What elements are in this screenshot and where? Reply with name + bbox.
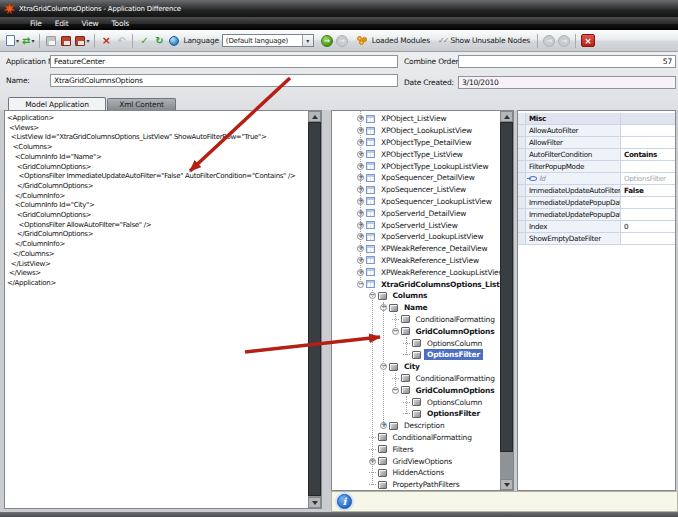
property-row[interactable]: FilterPopupMode [518, 161, 675, 173]
tree-node-label[interactable]: XpoServerId_ListView [378, 220, 461, 231]
menu-file[interactable]: File [30, 19, 42, 28]
tree-node-label[interactable]: XPWeakReference_ListView [378, 255, 482, 266]
property-category-row[interactable]: Misc [518, 113, 675, 125]
tree-node[interactable]: OptionsFilter [332, 349, 500, 361]
property-value[interactable]: 0 [621, 221, 675, 232]
property-row[interactable]: IdOptionsFilter [518, 173, 675, 185]
combobox-dropdown-button[interactable]: ▾ [302, 35, 313, 46]
go-button[interactable]: → [321, 35, 333, 47]
tree-node[interactable]: OptionsColumn [332, 396, 500, 408]
new-button[interactable]: ▾ [6, 33, 19, 49]
tree-node[interactable]: +XPWeakReference_DetailView [332, 243, 500, 255]
property-value[interactable] [621, 161, 675, 172]
tree-node[interactable]: −Columns [332, 290, 500, 302]
tree-node[interactable]: +XPObjectType_ListView [332, 148, 500, 160]
tree-node-label[interactable]: OptionsColumn [424, 338, 485, 349]
scroll-down-button[interactable] [500, 479, 513, 490]
property-row[interactable]: ShowEmptyDateFilter [518, 233, 675, 245]
delete-button[interactable]: × [100, 33, 112, 49]
menu-edit[interactable]: Edit [55, 19, 69, 28]
tree-node-label[interactable]: Name [401, 302, 430, 313]
property-value[interactable] [621, 137, 675, 148]
tree-node-label[interactable]: Filters [390, 444, 417, 455]
combine-order-field[interactable]: 57 [458, 55, 676, 68]
tree-node[interactable]: +XPObject_LookupListView [332, 125, 500, 137]
application-name-field[interactable]: FeatureCenter [50, 55, 398, 68]
tree-node[interactable]: −Name [332, 302, 500, 314]
tree-node-label[interactable]: XPWeakReference_LookupListView [378, 267, 500, 278]
property-row[interactable]: AutoFilterConditionContains [518, 149, 675, 161]
tree-node[interactable]: +XpoServerId_LookupListView [332, 231, 500, 243]
tree-node-label[interactable]: GridColumnOptions [413, 385, 498, 396]
menu-tools[interactable]: Tools [112, 19, 129, 28]
tree-node[interactable]: +GridViewOptions [332, 455, 500, 467]
property-row[interactable]: AllowFilter [518, 137, 675, 149]
tree-node[interactable]: −GridColumnOptions [332, 384, 500, 396]
tree-node[interactable]: +XPObject_ListView [332, 113, 500, 125]
tree-node[interactable]: OptionsColumn [332, 337, 500, 349]
property-value[interactable]: OptionsFilter [621, 173, 675, 184]
scroll-down-button[interactable] [308, 497, 321, 508]
tree-node[interactable]: +XPObjectType_DetailView [332, 137, 500, 149]
nav-button-disabled[interactable]: → [543, 35, 555, 47]
xml-scrollbar[interactable] [308, 111, 321, 508]
tree-node[interactable]: +XPWeakReference_LookupListView [332, 266, 500, 278]
refresh-button[interactable]: ↻ [153, 33, 165, 49]
language-combobox[interactable]: (Default language) ▾ [222, 34, 314, 47]
loaded-modules-button[interactable]: Loaded Modules [372, 36, 430, 45]
validate-button[interactable]: ✓ [138, 33, 150, 49]
tree-node-label[interactable]: XPObject_ListView [378, 113, 449, 124]
tree-node-label[interactable]: ConditionalFormatting [413, 373, 498, 384]
convert-button[interactable]: ⇄▾ [22, 33, 34, 49]
tree-node[interactable]: +XpoSequencer_DetailView [332, 172, 500, 184]
tree-node-label[interactable]: City [401, 361, 423, 372]
tree-node[interactable]: −City [332, 361, 500, 373]
nav-button-disabled[interactable]: → [336, 35, 348, 47]
property-row[interactable]: ImmediateUpdateAutoFilterFalse [518, 185, 675, 197]
tree-node-label[interactable]: XtraGridColumnsOptions_ListView [378, 279, 500, 290]
tree-node[interactable]: +XpoSequencer_LookupListView [332, 196, 500, 208]
tree-node[interactable]: PropertyPathFilters [332, 479, 500, 490]
tree-node-label[interactable]: GridViewOptions [390, 456, 455, 467]
save-all-button[interactable] [60, 33, 72, 49]
tree-node[interactable]: −XtraGridColumnsOptions_ListView [332, 278, 500, 290]
tree-node-label[interactable]: XPObjectType_ListView [378, 149, 466, 160]
tree-node-label[interactable]: ConditionalFormatting [413, 314, 498, 325]
tree-node-label[interactable]: PropertyPathFilters [390, 479, 463, 490]
property-value[interactable] [621, 209, 675, 220]
tree-node[interactable]: ConditionalFormatting [332, 314, 500, 326]
tree-node-label[interactable]: OptionsColumn [424, 397, 485, 408]
tree-node-label[interactable]: XpoSequencer_ListView [378, 184, 469, 195]
scrollbar-thumb[interactable] [500, 122, 513, 452]
tree-node[interactable]: Filters [332, 443, 500, 455]
chevron-down-icon[interactable]: ▾ [16, 37, 19, 44]
tree-node[interactable]: +XpoSequencer_ListView [332, 184, 500, 196]
scroll-up-button[interactable] [308, 111, 321, 122]
tree-node-label[interactable]: XPObjectType_DetailView [378, 137, 474, 148]
property-value[interactable]: False [621, 185, 675, 196]
tree-node[interactable]: HiddenActions [332, 467, 500, 479]
tree-node[interactable]: OptionsFilter [332, 408, 500, 420]
chevron-down-icon[interactable]: ▾ [31, 37, 34, 44]
tree-node[interactable]: +Description [332, 420, 500, 432]
tree-node-label[interactable]: XpoServerId_LookupListView [378, 231, 486, 242]
tree-node[interactable]: +XPObjectType_LookupListView [332, 160, 500, 172]
tree-node-label[interactable]: Columns [390, 290, 431, 301]
tab-xml-content[interactable]: Xml Content [107, 98, 176, 110]
property-value[interactable]: Contains [621, 149, 675, 160]
scroll-up-button[interactable] [500, 111, 513, 122]
tree-node-label[interactable]: GridColumnOptions [413, 326, 498, 337]
tree-node-label[interactable]: XpoServerId_DetailView [378, 208, 469, 219]
tree-node-label[interactable]: XpoSequencer_LookupListView [378, 196, 495, 207]
tree-node-label[interactable]: XPObject_LookupListView [378, 125, 475, 136]
tree-node-label[interactable]: XPObjectType_LookupListView [378, 161, 491, 172]
save-as-button[interactable]: ▾ [75, 33, 89, 49]
show-unusable-nodes-button[interactable]: Show Unusable Nodes [450, 36, 530, 45]
tree-node[interactable]: +XPWeakReference_ListView [332, 255, 500, 267]
property-row[interactable]: ImmediateUpdatePopupDate [518, 197, 675, 209]
undo-button-disabled[interactable]: ↶ [115, 33, 127, 49]
property-value[interactable] [621, 197, 675, 208]
nav-button-disabled[interactable]: → [558, 35, 570, 47]
property-row[interactable]: ImmediateUpdatePopupDate [518, 209, 675, 221]
property-row[interactable]: AllowAutoFilter [518, 125, 675, 137]
